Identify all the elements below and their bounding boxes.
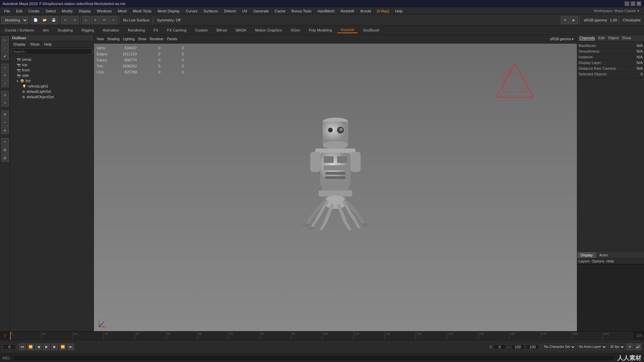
object-tab[interactable]: Object [608,36,619,40]
workspace-dropdown[interactable]: Modeling [1,16,28,24]
tab-bifrost[interactable]: Bifrost [213,27,230,33]
range-start-input[interactable] [493,344,506,350]
menu-hardmesh[interactable]: HardMesh [315,8,337,14]
paint-sel-btn[interactable]: 🖌 [1,52,9,60]
save-btn[interactable]: 💾 [50,16,58,24]
select-mode-btn[interactable]: ▷ [1,36,9,44]
snap-curve-btn[interactable]: ⌁ [1,119,9,126]
lasso-btn[interactable]: ⬚ [1,44,9,52]
tab-rigging[interactable]: Rigging [78,27,97,33]
menu-surfaces[interactable]: Surfaces [201,8,221,14]
menu-redshift[interactable]: Redshift [338,8,357,14]
menu-select[interactable]: Select [43,8,59,14]
minimize-button[interactable]: – [625,1,629,6]
rotate-tool-btn[interactable]: ⟳ [100,16,108,24]
play-btn[interactable]: ▶ [43,344,50,350]
no-anim-layer-dropdown[interactable]: No Anim Layer [577,344,607,350]
menu-vray[interactable]: [V-Ray] [374,8,392,14]
undo-btn[interactable]: ↩ [61,16,69,24]
menu-generate[interactable]: Generate [251,8,271,14]
menu-curves[interactable]: Curves [183,8,200,14]
vp-panels-menu[interactable]: Panels [166,37,179,41]
prev-frame-btn[interactable]: ◀ [35,344,42,350]
menu-display[interactable]: Display [76,8,94,14]
menu-mesh[interactable]: Mesh [115,8,129,14]
menu-create[interactable]: Create [26,8,42,14]
vp-lighting-menu[interactable]: Lighting [121,37,136,41]
close-button[interactable]: ✕ [637,1,641,6]
layers-item[interactable]: Layers [579,259,590,263]
tab-custom[interactable]: Custom [192,27,211,33]
tab-animation[interactable]: Animation [99,27,122,33]
tab-gozbrush[interactable]: GozBrush [360,27,383,33]
no-character-set-dropdown[interactable]: No Character Set [542,344,576,350]
fps-dropdown[interactable]: 30 fps [608,344,625,350]
display-layer-btn[interactable]: ≡ [1,138,9,145]
tab-rendering[interactable]: Rendering [124,27,148,33]
tree-item-defaultObjectSet[interactable]: ⚙ defaultObjectSet [10,94,94,100]
tree-item-rsAreaLight1[interactable]: 💡 rsAreaLight1 [10,83,94,89]
loop-btn[interactable]: ⟳ [627,344,633,350]
tab-fx-caching[interactable]: FX Caching [164,27,190,33]
tab-xgen[interactable]: XGen [287,27,304,33]
menu-cache[interactable]: Cache [272,8,288,14]
options-item[interactable]: Options [592,259,604,263]
move-btn[interactable]: ⊹ [1,64,9,71]
menu-deform[interactable]: Deform [221,8,239,14]
tab-mash[interactable]: MASH [232,27,250,33]
prev-keyframe-btn[interactable]: ⏪ [27,344,34,350]
range-end-input1[interactable] [511,344,525,350]
new-scene-btn[interactable]: 📄 [32,16,40,24]
tab-fx[interactable]: FX [150,27,162,33]
scale-btn[interactable]: ⤢ [1,80,9,87]
timeline[interactable]: 0 0 10 20 30 40 50 60 70 80 90 100 110 1… [0,331,644,340]
audio-btn[interactable]: 🔊 [635,344,641,350]
render-settings-btn[interactable]: ⚙ [561,16,569,24]
menu-bonus-tools[interactable]: Bonus Tools [289,8,314,14]
menu-mesh-tools[interactable]: Mesh Tools [130,8,154,14]
go-to-end-btn[interactable]: ⏭ [67,344,74,350]
range-end-input2[interactable] [526,344,539,350]
select-tool-btn[interactable]: ▷ [82,16,90,24]
paint-weights-btn[interactable]: ✎ [1,99,9,107]
vp-shading-menu[interactable]: Shading [106,37,121,41]
menu-file[interactable]: File [1,8,13,14]
anim-tab[interactable]: Anim [596,252,611,258]
menu-edit[interactable]: Edit [13,8,25,14]
vp-show-menu[interactable]: Show [137,37,148,41]
menu-modify[interactable]: Modify [59,8,75,14]
snap-point-btn[interactable]: ⊕ [1,127,9,134]
timeline-scale[interactable]: 0 10 20 30 40 50 60 70 80 90 100 110 120… [10,331,634,340]
scale-tool-btn[interactable]: ⤡ [109,16,117,24]
viewport-canvas[interactable]: RRCG 人人素材 RRCG 人人素材 [94,44,577,331]
command-input[interactable] [13,355,614,361]
tab-xtrn[interactable]: xtrn [39,27,52,33]
open-btn[interactable]: 📂 [41,16,49,24]
tab-motion-graphics[interactable]: Motion Graphics [252,27,285,33]
tree-item-top[interactable]: 📷 top [10,62,94,67]
tab-redshift[interactable]: Redshift [337,27,358,33]
menu-uv[interactable]: UV [239,8,250,14]
outliner-search-input[interactable] [11,49,92,55]
channels-tab[interactable]: Channels [579,36,595,40]
tree-item-front[interactable]: 📷 front [10,67,94,73]
move-tool-btn[interactable]: ✛ [91,16,99,24]
render-btn[interactable]: ▶ [570,16,578,24]
next-frame-btn[interactable]: ▶ [51,344,58,350]
vp-renderer-menu[interactable]: Renderer [148,37,165,41]
anim-layer-btn[interactable]: ▥ [1,154,9,162]
go-to-start-btn[interactable]: ⏮ [19,344,26,350]
menu-help[interactable]: Help [392,8,406,14]
tree-item-side[interactable]: 📷 side [10,73,94,78]
tab-poly-modeling[interactable]: Poly Modeling [306,27,335,33]
edit-tab[interactable]: Edit [598,36,604,40]
menu-mesh-display[interactable]: Mesh Display [155,8,182,14]
display-tab[interactable]: Display [577,252,596,258]
menu-windows[interactable]: Windows [94,8,115,14]
snap-grid-btn[interactable]: ⊞ [1,111,9,118]
vp-view-menu[interactable]: View [95,37,105,41]
tree-item-defaultLightSet[interactable]: ⚙ defaultLightSet [10,89,94,94]
outliner-show-menu[interactable]: Show [28,42,42,47]
tab-curves-surfaces[interactable]: Curves / Surfaces [1,27,37,33]
rotate-btn[interactable]: ⟳ [1,72,9,79]
